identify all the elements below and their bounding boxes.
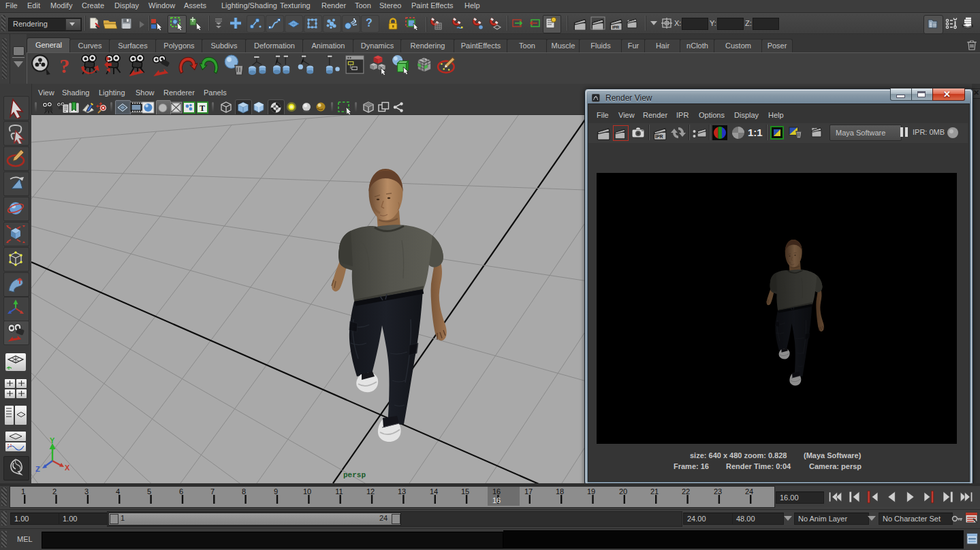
svg-text:IPR: IPR [612,25,620,29]
svg-text:X: X [65,464,70,472]
svg-text:T: T [200,103,205,113]
svg-text:?: ? [59,54,69,76]
svg-text:IPR: IPR [655,134,663,139]
svg-text:Y: Y [50,438,55,444]
svg-text:Z: Z [35,465,40,473]
